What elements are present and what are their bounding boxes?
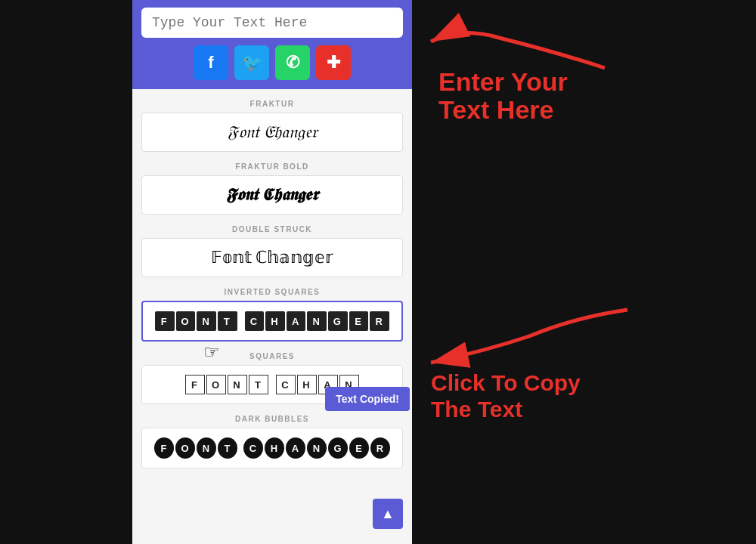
click-arrow-svg [423, 295, 635, 378]
fraktur-text: 𝔉𝔬𝔫𝔱 𝔈𝔥𝔞𝔫𝔤𝔢𝔯 [227, 122, 318, 141]
sq-char: N [228, 375, 247, 394]
inverted-squares-section: INVERTED SQUARES F O N T C H A N G E R ☞ [141, 288, 403, 342]
space [270, 375, 274, 394]
dark-bubbles-box[interactable]: F O N T C H A N G E R [141, 428, 403, 468]
sq-char: O [206, 375, 226, 394]
sq-char: F [185, 375, 205, 394]
bubble-char: R [370, 437, 390, 459]
bubble-char: C [243, 437, 263, 459]
enter-arrow-svg [423, 8, 612, 83]
font-list: FRAKTUR 𝔉𝔬𝔫𝔱 𝔈𝔥𝔞𝔫𝔤𝔢𝔯 FRAKTUR BOLD 𝕱𝖔𝖓𝖙 𝕮… [132, 89, 412, 544]
cursor-icon: ☞ [203, 342, 220, 363]
fraktur-box[interactable]: 𝔉𝔬𝔫𝔱 𝔈𝔥𝔞𝔫𝔤𝔢𝔯 [141, 113, 403, 152]
inverted-squares-box[interactable]: F O N T C H A N G E R ☞ [141, 301, 403, 342]
bubble-char: H [265, 437, 284, 459]
bubble-char: N [307, 437, 327, 459]
inverted-squares-text: F O N T C H A N G E R [155, 311, 389, 331]
sq-char: T [249, 375, 268, 394]
sq-char: C [276, 375, 296, 394]
bubble-char: N [197, 437, 216, 459]
fraktur-bold-text: 𝕱𝖔𝖓𝖙 𝕮𝖍𝖆𝖓𝖌𝖊𝖗 [226, 185, 319, 204]
bubble-char: A [286, 437, 305, 459]
inv-char: C [245, 311, 265, 331]
fraktur-bold-section: FRAKTUR BOLD 𝕱𝖔𝖓𝖙 𝕮𝖍𝖆𝖓𝖌𝖊𝖗 [141, 162, 403, 215]
double-struck-text: 𝔽𝕠𝕟𝕥 ℂ𝕙𝕒𝕟𝕘𝕖𝕣 [211, 248, 334, 267]
bubble-char: G [328, 437, 348, 459]
fraktur-section: FRAKTUR 𝔉𝔬𝔫𝔱 𝔈𝔥𝔞𝔫𝔤𝔢𝔯 [141, 100, 403, 152]
addthis-button[interactable]: ✚ [316, 45, 351, 80]
inv-char: E [349, 311, 369, 331]
dark-bubbles-section: DARK BUBBLES F O N T C H A N G E R [141, 415, 403, 468]
copied-tooltip: Text Copied! [325, 387, 410, 411]
scroll-top-button[interactable]: ▲ [373, 499, 403, 529]
sq-char: H [297, 375, 317, 394]
inv-char: F [155, 311, 175, 331]
inv-char: O [176, 311, 196, 331]
dark-bubbles-label: DARK BUBBLES [141, 415, 403, 423]
double-struck-label: DOUBLE STRUCK [141, 225, 403, 233]
fraktur-bold-box[interactable]: 𝕱𝖔𝖓𝖙 𝕮𝖍𝖆𝖓𝖌𝖊𝖗 [141, 175, 403, 215]
fraktur-bold-label: FRAKTUR BOLD [141, 162, 403, 171]
dark-bubbles-text: F O N T C H A N G E R [154, 437, 390, 459]
bubble-char: E [349, 437, 369, 459]
inv-char: N [197, 311, 216, 331]
space [239, 437, 242, 459]
inv-char: G [328, 311, 348, 331]
text-input[interactable] [152, 15, 392, 30]
fraktur-label: FRAKTUR [141, 100, 403, 108]
app-container: f 🐦 ✆ ✚ FRAKTUR 𝔉𝔬𝔫𝔱 𝔈𝔥𝔞𝔫𝔤𝔢𝔯 FRAKTUR BOL… [132, 0, 412, 544]
inv-char: T [218, 311, 237, 331]
header: f 🐦 ✆ ✚ [132, 0, 412, 89]
social-buttons: f 🐦 ✆ ✚ [141, 45, 403, 80]
input-wrapper [141, 8, 403, 38]
bubble-char: T [218, 437, 237, 459]
whatsapp-button[interactable]: ✆ [275, 45, 310, 80]
enter-label: Enter YourText Here [438, 68, 568, 125]
bubble-char: F [154, 437, 174, 459]
inv-char: H [265, 311, 285, 331]
inv-char: R [370, 311, 389, 331]
double-struck-section: DOUBLE STRUCK 𝔽𝕠𝕟𝕥 ℂ𝕙𝕒𝕟𝕘𝕖𝕣 [141, 225, 403, 277]
bubble-char: O [175, 437, 195, 459]
squares-box[interactable]: F O N T C H A N Text Copied! [141, 365, 403, 404]
enter-annotation: Enter YourText Here [423, 8, 612, 86]
squares-label: SQUARES [141, 352, 403, 360]
double-struck-box[interactable]: 𝔽𝕠𝕟𝕥 ℂ𝕙𝕒𝕟𝕘𝕖𝕣 [141, 238, 403, 277]
space [239, 311, 243, 331]
inverted-squares-label: INVERTED SQUARES [141, 288, 403, 296]
click-annotation: Click To CopyThe Text [423, 295, 635, 381]
click-label: Click To CopyThe Text [431, 370, 581, 422]
right-panel: Enter YourText Here Click To CopyThe Tex… [423, 0, 756, 544]
twitter-button[interactable]: 🐦 [234, 45, 269, 80]
inv-char: N [307, 311, 327, 331]
facebook-button[interactable]: f [194, 45, 228, 80]
squares-section: SQUARES F O N T C H A N Text Copied! [141, 352, 403, 404]
inv-char: A [287, 311, 306, 331]
